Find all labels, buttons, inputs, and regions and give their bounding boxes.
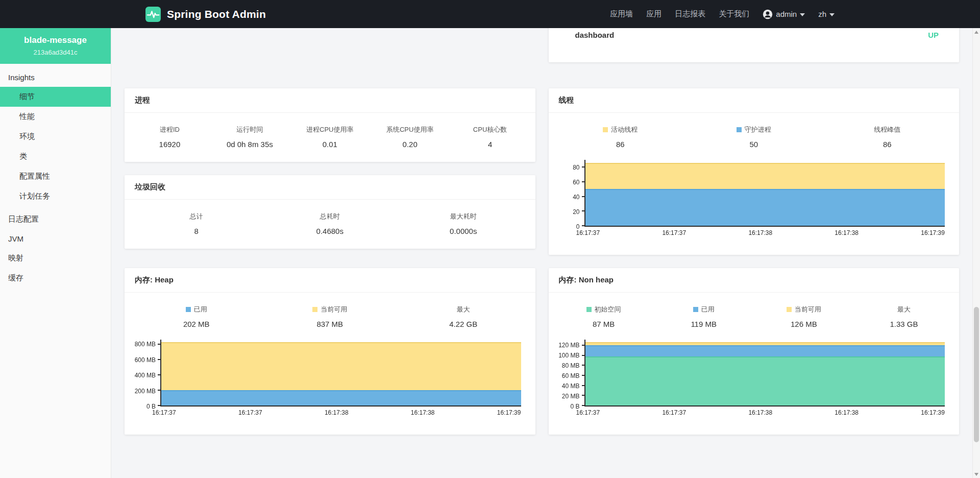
legend-marker-icon bbox=[787, 307, 792, 312]
stat-daemon-threads: 守护进程 50 bbox=[687, 125, 821, 149]
y-tick-mark bbox=[582, 210, 585, 211]
y-tick-label: 800 MB bbox=[135, 341, 156, 348]
legend-marker-icon bbox=[186, 307, 191, 312]
y-tick-mark bbox=[582, 196, 585, 197]
sidebar-item-performance[interactable]: 性能 bbox=[0, 107, 111, 127]
y-tick-label: 40 MB bbox=[562, 383, 580, 390]
x-tick-label: 16:17:38 bbox=[835, 229, 859, 236]
card-title: 内存: Non heap bbox=[549, 268, 960, 293]
x-tick-label: 16:17:39 bbox=[921, 409, 945, 416]
y-tick-mark bbox=[582, 405, 585, 406]
chevron-down-icon bbox=[829, 13, 835, 16]
sidebar-item-scheduled-tasks[interactable]: 计划任务 bbox=[0, 186, 111, 206]
x-tick-label: 16:17:38 bbox=[835, 409, 859, 416]
card-title: 内存: Heap bbox=[125, 268, 535, 293]
threads-chart: 80604020016:17:3716:17:3716:17:3816:17:3… bbox=[549, 153, 960, 255]
y-tick-label: 80 MB bbox=[562, 362, 580, 369]
gc-card: 垃圾回收 总计 8 总耗时 0.4680s 最大耗时 0.0000s bbox=[125, 175, 535, 249]
stat-nonheap-max: 最大 1.33 GB bbox=[854, 305, 954, 328]
health-row-dashboard[interactable]: dashboard UP bbox=[549, 28, 960, 39]
legend-marker-icon bbox=[312, 307, 317, 312]
legend-marker-icon bbox=[586, 307, 592, 312]
spring-boot-admin-logo-icon bbox=[145, 7, 161, 22]
x-tick-label: 16:17:37 bbox=[662, 409, 686, 416]
scroll-up-icon[interactable] bbox=[973, 28, 980, 36]
card-title: 进程 bbox=[125, 88, 535, 113]
sidebar-item-log-config[interactable]: 日志配置 bbox=[0, 209, 111, 229]
sidebar-item-mappings[interactable]: 映射 bbox=[0, 248, 111, 268]
y-tick-label: 0 B bbox=[570, 403, 579, 410]
y-tick-label: 60 MB bbox=[562, 372, 580, 379]
stat-gc-total-time: 总耗时 0.4680s bbox=[263, 212, 397, 235]
nav-link-applications[interactable]: 应用 bbox=[646, 9, 662, 19]
y-tick-mark bbox=[582, 345, 585, 346]
scroll-down-icon[interactable] bbox=[973, 470, 980, 478]
plot-area bbox=[584, 340, 945, 407]
y-tick-mark bbox=[158, 359, 161, 360]
x-tick-label: 16:17:37 bbox=[662, 229, 686, 236]
y-tick-label: 100 MB bbox=[558, 352, 579, 359]
user-name: admin bbox=[776, 10, 797, 18]
language-menu[interactable]: zh bbox=[818, 10, 835, 18]
vertical-scrollbar[interactable] bbox=[972, 28, 980, 478]
y-tick-mark bbox=[158, 344, 161, 345]
y-tick-mark bbox=[582, 395, 585, 396]
stat-heap-used: 已用 202 MB bbox=[130, 305, 263, 328]
nav-link-journal[interactable]: 日志报表 bbox=[675, 9, 705, 19]
x-axis-labels: 16:17:3716:17:3716:17:3816:17:3816:17:39 bbox=[152, 409, 521, 416]
x-axis-labels: 16:17:3716:17:3716:17:3816:17:3816:17:39 bbox=[576, 409, 945, 416]
stat-process-cpu: 进程CPU使用率 0.01 bbox=[290, 125, 370, 149]
y-tick-mark bbox=[582, 355, 585, 356]
y-tick-label: 0 bbox=[576, 223, 580, 230]
y-tick-mark bbox=[158, 374, 161, 375]
y-tick-mark bbox=[582, 166, 585, 168]
selected-instance-block[interactable]: blade-message 213a6ad3d41c bbox=[0, 28, 111, 64]
y-tick-label: 20 MB bbox=[562, 393, 580, 400]
sidebar-item-caches[interactable]: 缓存 bbox=[0, 268, 111, 288]
y-tick-label: 60 bbox=[573, 179, 579, 186]
stat-gc-max-time: 最大耗时 0.0000s bbox=[397, 212, 530, 235]
area-series-当前可用 bbox=[585, 342, 945, 345]
area-series-活动线程 bbox=[585, 163, 945, 189]
stat-live-threads: 活动线程 86 bbox=[554, 125, 688, 149]
brand[interactable]: Spring Boot Admin bbox=[145, 7, 266, 22]
card-title: 线程 bbox=[549, 88, 960, 113]
top-navbar: Spring Boot Admin 应用墙 应用 日志报表 关于我们 admin… bbox=[0, 0, 980, 28]
y-tick-label: 600 MB bbox=[135, 356, 156, 364]
user-avatar-icon bbox=[763, 9, 773, 19]
memory-nonheap-card: 内存: Non heap 初始空间 87 MB 已用 119 MB 当前可 bbox=[549, 268, 960, 435]
sidebar-item-classes[interactable]: 类 bbox=[0, 147, 111, 166]
user-menu[interactable]: admin bbox=[763, 9, 805, 19]
nav-link-application-wall[interactable]: 应用墙 bbox=[610, 9, 633, 19]
card-title: 垃圾回收 bbox=[125, 175, 535, 200]
stat-peak-threads: 线程峰值 86 bbox=[821, 125, 954, 149]
memory-heap-card: 内存: Heap 已用 202 MB 当前可用 837 MB 最大 4.22 G bbox=[125, 268, 535, 435]
sidebar-item-details[interactable]: 细节 bbox=[0, 87, 111, 107]
app-title: Spring Boot Admin bbox=[167, 8, 266, 20]
area-series-当前可用 bbox=[161, 342, 521, 390]
x-tick-label: 16:17:37 bbox=[238, 409, 262, 416]
x-tick-label: 16:17:37 bbox=[576, 229, 600, 236]
stat-heap-available: 当前可用 837 MB bbox=[263, 305, 397, 328]
plot-area bbox=[584, 160, 945, 227]
area-series-初始空间 bbox=[585, 356, 945, 405]
area-series-守护进程 bbox=[585, 189, 945, 226]
nav-link-about[interactable]: 关于我们 bbox=[719, 9, 749, 19]
y-tick-mark bbox=[582, 181, 585, 182]
y-tick-label: 120 MB bbox=[558, 342, 579, 349]
main-content: dashboard UP 进程 进程ID 16920 运行时间 0d 0h 8m… bbox=[111, 28, 972, 478]
sidebar-item-environment[interactable]: 环境 bbox=[0, 127, 111, 147]
memory-heap-chart: 800 MB600 MB400 MB200 MB0 B16:17:3716:17… bbox=[125, 332, 535, 435]
legend-marker-icon bbox=[737, 127, 742, 132]
scrollbar-thumb[interactable] bbox=[974, 307, 979, 442]
area-series-已用 bbox=[161, 390, 521, 405]
y-tick-mark bbox=[158, 390, 161, 391]
y-tick-label: 0 B bbox=[146, 403, 156, 410]
threads-card: 线程 活动线程 86 守护进程 50 线程峰值 86 bbox=[549, 88, 960, 255]
sidebar-item-config-properties[interactable]: 配置属性 bbox=[0, 166, 111, 186]
plot-area bbox=[160, 340, 521, 407]
stat-uptime: 运行时间 0d 0h 8m 35s bbox=[210, 125, 290, 149]
sidebar-item-jvm[interactable]: JVM bbox=[0, 229, 111, 248]
chevron-down-icon bbox=[800, 13, 805, 16]
status-badge: UP bbox=[928, 31, 939, 39]
